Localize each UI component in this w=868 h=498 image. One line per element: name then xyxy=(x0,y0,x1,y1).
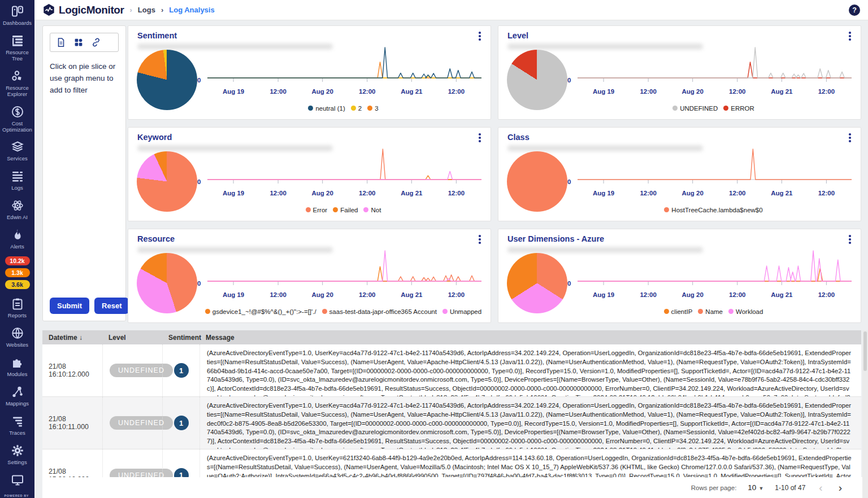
chart-menu-button[interactable] xyxy=(475,132,485,143)
legend-dot-icon xyxy=(351,106,356,111)
sidebar-item-label: Reports xyxy=(8,313,27,319)
table-row[interactable]: 21/08 15:38:10.000UNDEFINED1(AzureActive… xyxy=(42,449,861,477)
sidebar-item-resource-tree[interactable]: Resource Tree xyxy=(0,34,34,62)
legend-item[interactable]: HostTreeCache.lambda$new$0 xyxy=(664,207,762,213)
chart-menu-button[interactable] xyxy=(845,132,855,143)
chart-legend: UNDEFINEDERROR xyxy=(572,103,855,113)
chart-menu-button[interactable] xyxy=(845,234,855,245)
legend-dot-icon xyxy=(205,309,210,314)
sidebar-item-label: Alerts xyxy=(10,244,24,250)
alert-badge[interactable]: 3.6k xyxy=(5,280,30,289)
pie-chart[interactable] xyxy=(507,253,567,313)
filter-instruction: Click on pie slice or use graph menu to … xyxy=(50,61,119,97)
legend-item[interactable]: Workload xyxy=(728,308,763,315)
legend-dot-icon xyxy=(664,309,669,314)
x-axis-labels: Aug 1912:00Aug 2012:00Aug 2112:00 xyxy=(207,291,481,299)
legend-item[interactable]: saas-test-data-japr-office365 Account xyxy=(322,308,437,315)
legend-item[interactable]: clientIP xyxy=(664,308,693,315)
document-icon[interactable] xyxy=(56,37,66,47)
chart-menu-button[interactable] xyxy=(475,234,485,245)
message-cell: (AzureActiveDirectoryEventType=1.0, User… xyxy=(199,449,861,477)
legend-item[interactable]: UNDEFINED xyxy=(672,105,718,112)
sidebar-item-cost-optimization[interactable]: Cost Optimization xyxy=(0,105,34,133)
message-cell: (AzureActiveDirectoryEventType=1.0, User… xyxy=(199,397,861,449)
pie-chart[interactable] xyxy=(137,50,197,110)
chevron-down-icon: ▼ xyxy=(758,486,763,491)
sidebar-item-dashboards[interactable]: Dashboards xyxy=(0,5,34,27)
sidebar-item-display[interactable] xyxy=(0,473,34,487)
breadcrumb-section[interactable]: Logs xyxy=(138,6,155,14)
x-axis-tick-label: Aug 21 xyxy=(401,190,422,196)
sidebar-item-traces[interactable]: Traces xyxy=(0,414,34,436)
sidebar-item-label: Dashboards xyxy=(3,20,32,27)
legend-item[interactable]: ERROR xyxy=(723,105,754,112)
sidebar-item-services[interactable]: Services xyxy=(0,140,34,162)
alert-badge[interactable]: 10.2k xyxy=(5,256,30,265)
x-axis-tick-label: 12:00 xyxy=(270,291,286,298)
pie-chart[interactable] xyxy=(507,50,567,110)
x-axis-tick-label: 12:00 xyxy=(448,291,465,298)
next-page-button[interactable]: › xyxy=(836,482,844,493)
x-axis-tick-label: Aug 21 xyxy=(771,88,792,95)
chart-menu-button[interactable] xyxy=(845,30,855,42)
pie-chart[interactable] xyxy=(137,253,197,313)
sidebar-item-logs[interactable]: Logs xyxy=(0,169,34,191)
column-header-sentiment[interactable]: Sentiment xyxy=(162,334,199,342)
legend-item[interactable]: Failed xyxy=(333,207,358,213)
sidebar-item-settings[interactable]: Settings xyxy=(0,444,34,466)
legend-label: Workload xyxy=(736,308,763,315)
legend-label: UNDEFINED xyxy=(680,105,718,112)
sidebar-item-label: Modules xyxy=(7,372,28,378)
column-header-level[interactable]: Level xyxy=(102,334,162,342)
link-icon[interactable] xyxy=(91,37,101,47)
help-button[interactable]: ? xyxy=(849,5,860,16)
legend-item[interactable]: gsdevice1_~!@#$%^&()_+()":>-=[]'./ xyxy=(205,308,316,315)
pie-chart[interactable] xyxy=(507,151,567,212)
alert-badge[interactable]: 1.3k xyxy=(5,268,30,277)
reports-icon xyxy=(11,297,24,311)
reset-button[interactable]: Reset xyxy=(94,298,129,314)
sidebar-item-websites[interactable]: Websites xyxy=(0,326,34,348)
table-row[interactable]: 21/08 16:10:12.000UNDEFINED1(AzureActive… xyxy=(42,344,861,397)
scrollbar-thumb[interactable] xyxy=(863,331,867,371)
legend-item[interactable]: Error xyxy=(306,207,328,213)
time-series-chart xyxy=(578,248,852,289)
x-axis-tick-label: Aug 19 xyxy=(593,190,614,196)
legend-item[interactable]: Not xyxy=(363,207,381,213)
sidebar-item-edwin-ai[interactable]: Edwin AI xyxy=(0,199,34,221)
x-axis-tick-label: 12:00 xyxy=(270,190,286,196)
logicmonitor-wordmark[interactable]: LogicMonitor xyxy=(59,4,124,16)
grid-icon[interactable] xyxy=(73,37,84,47)
legend-item[interactable]: 2 xyxy=(351,105,362,112)
sidebar-item-mappings[interactable]: Mappings xyxy=(0,385,34,407)
legend-item[interactable]: Name xyxy=(698,308,723,315)
prev-page-button[interactable]: ‹ xyxy=(817,482,824,493)
filter-toolbar xyxy=(50,33,119,52)
legend-dot-icon xyxy=(322,309,327,314)
x-axis-labels: Aug 1912:00Aug 2012:00Aug 2112:00 xyxy=(207,190,481,198)
legend-item[interactable]: neutral (1) xyxy=(308,105,345,112)
x-axis-tick-label: 12:00 xyxy=(640,88,656,95)
submit-button[interactable]: Submit xyxy=(50,298,89,314)
pie-chart[interactable] xyxy=(137,151,197,212)
sidebar-item-label: Mappings xyxy=(6,401,29,407)
table-row[interactable]: 21/08 16:10:11.000UNDEFINED1(AzureActive… xyxy=(42,397,861,449)
chart-panel-title: Level xyxy=(507,31,528,40)
column-header-datetime[interactable]: Datetime ↓ xyxy=(42,334,102,342)
rows-per-page-select[interactable]: 10▼ xyxy=(748,483,763,492)
sidebar-item-alerts[interactable]: Alerts xyxy=(0,228,34,250)
x-axis-tick-label: Aug 19 xyxy=(593,291,614,298)
traces-icon xyxy=(11,414,24,428)
breadcrumb-page[interactable]: Log Analysis xyxy=(169,6,214,14)
sidebar-item-reports[interactable]: Reports xyxy=(0,297,34,319)
sidebar-item-modules[interactable]: Modules xyxy=(0,356,34,378)
sentiment-cell: 1 xyxy=(162,397,199,449)
mappings-icon xyxy=(11,385,24,399)
breadcrumb-chevron-icon: › xyxy=(161,6,163,14)
legend-item[interactable]: Unmapped xyxy=(442,308,481,315)
chart-menu-button[interactable] xyxy=(475,30,485,42)
legend-item[interactable]: 3 xyxy=(367,105,378,112)
vertical-scrollbar[interactable] xyxy=(862,330,868,498)
sidebar-item-label: Edwin AI xyxy=(7,215,28,221)
sidebar-item-resource-explorer[interactable]: Resource Explorer xyxy=(0,69,34,98)
